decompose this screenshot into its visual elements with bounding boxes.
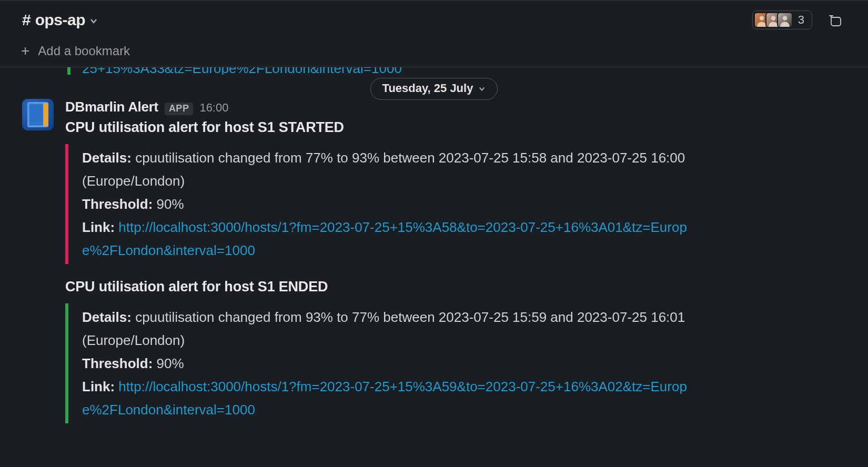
message-link[interactable]: 25+15%3A33&tz=Europe%2FLondon&interval=1…	[82, 67, 402, 75]
message-body: DBmarlin Alert APP 16:00 CPU utilisation…	[65, 99, 846, 438]
chevron-down-icon	[89, 17, 98, 25]
avatar	[777, 12, 793, 28]
previous-message-fragment: 25+15%3A33&tz=Europe%2FLondon&interval=1…	[67, 67, 646, 75]
new-canvas-icon	[828, 12, 844, 28]
app-avatar[interactable]	[22, 99, 54, 130]
field-label: Link:	[82, 219, 115, 235]
message-timestamp[interactable]: 16:00	[199, 101, 228, 115]
channel-name: ops-ap	[35, 11, 85, 29]
field-label: Link:	[82, 379, 115, 394]
field-label: Details:	[82, 150, 132, 166]
date-label: Tuesday, 25 July	[382, 82, 473, 95]
bookmark-bar: + Add a bookmark	[0, 40, 868, 67]
alert-title: CPU utilisation alert for host S1 STARTE…	[65, 119, 846, 136]
field-label: Details:	[82, 309, 132, 325]
member-list-button[interactable]: 3	[752, 11, 812, 29]
field-value: cpuutilisation changed from 77% to 93% b…	[82, 150, 685, 189]
field-label: Threshold:	[82, 196, 153, 212]
field-value: cpuutilisation changed from 93% to 77% b…	[82, 309, 685, 348]
date-divider: Tuesday, 25 July	[0, 78, 868, 100]
svg-point-5	[780, 22, 789, 27]
attachment-started: Details: cpuutilisation changed from 77%…	[65, 144, 697, 264]
date-jump-button[interactable]: Tuesday, 25 July	[370, 78, 498, 100]
message-header: DBmarlin Alert APP 16:00	[65, 99, 846, 115]
channel-header: # ops-ap 3	[0, 1, 868, 40]
app-badge: APP	[165, 103, 194, 115]
message-author[interactable]: DBmarlin Alert	[65, 99, 158, 115]
alert-title: CPU utilisation alert for host S1 ENDED	[65, 279, 846, 295]
alert-link[interactable]: http://localhost:3000/hosts/1?fm=2023-07…	[82, 219, 687, 258]
svg-point-2	[771, 16, 775, 21]
message: DBmarlin Alert APP 16:00 CPU utilisation…	[22, 99, 846, 438]
svg-point-4	[782, 16, 787, 21]
alert-link[interactable]: http://localhost:3000/hosts/1?fm=2023-07…	[82, 379, 687, 418]
message-list: 25+15%3A33&tz=Europe%2FLondon&interval=1…	[0, 67, 868, 441]
new-canvas-button[interactable]	[826, 10, 846, 30]
svg-point-0	[759, 16, 764, 21]
svg-point-3	[769, 22, 778, 27]
member-count: 3	[798, 13, 804, 27]
field-value: 90%	[153, 196, 184, 212]
member-avatars	[754, 12, 793, 28]
add-bookmark-button[interactable]: Add a bookmark	[38, 44, 130, 58]
hash-icon: #	[22, 11, 31, 29]
attachment-ended: Details: cpuutilisation changed from 93%…	[65, 303, 697, 423]
field-value: 90%	[153, 356, 184, 371]
header-actions: 3	[752, 10, 846, 30]
chevron-down-icon	[478, 85, 486, 93]
plus-icon: +	[21, 44, 29, 58]
field-label: Threshold:	[82, 356, 153, 371]
channel-title-button[interactable]: # ops-ap	[22, 11, 98, 29]
svg-point-1	[757, 22, 766, 27]
